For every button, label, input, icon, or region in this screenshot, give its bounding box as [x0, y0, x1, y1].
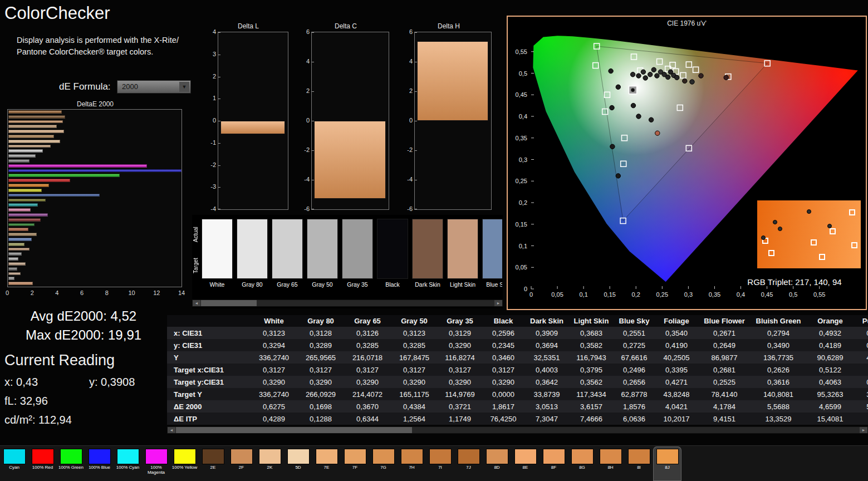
deltae-bar: [8, 130, 64, 133]
patch-item[interactable]: 7G: [369, 446, 398, 481]
column-header: Dark Skin: [524, 315, 569, 327]
page-title: ColorChecker: [4, 3, 110, 23]
table-cell: 0,4063: [806, 376, 854, 388]
scroll-right-icon[interactable]: ►: [494, 300, 502, 306]
svg-text:0,5: 0,5: [519, 70, 527, 77]
swatch-scrollbar[interactable]: ◄ ►: [192, 300, 503, 307]
axis-tick-label: 12: [153, 289, 160, 296]
patch-item[interactable]: 8D: [483, 446, 511, 481]
patch-label: 2E: [199, 465, 227, 470]
swatch-label: Blue Sky: [482, 281, 502, 288]
table-cell: 0,3683: [569, 327, 614, 339]
de-formula-value: 2000: [122, 82, 138, 91]
table-cell: 67,6616: [614, 351, 655, 364]
patch-color: [401, 449, 423, 464]
axis-tick-mark: [312, 62, 314, 62]
patch-label: 8H: [596, 465, 625, 470]
table-cell: 0,2525: [698, 376, 751, 388]
patch-item[interactable]: 7J: [454, 446, 483, 481]
table-cell: 3,6157: [569, 400, 614, 413]
patch-item[interactable]: 7E: [312, 446, 341, 481]
patch-label: 8G: [568, 465, 596, 470]
delta-h-y-axis: 6420-2-4-6: [404, 22, 414, 214]
scroll-left-icon[interactable]: ◄: [193, 300, 200, 306]
patch-item[interactable]: 8E: [511, 446, 540, 481]
patch-label: 7G: [369, 465, 398, 470]
cie-measurement-marker: [683, 78, 687, 83]
patch-item[interactable]: 100% Green: [57, 446, 85, 481]
cie-measurement-marker: [641, 70, 645, 74]
patch-item[interactable]: 8H: [596, 446, 625, 481]
cie-measurement-marker: [616, 174, 620, 178]
delta-l-y-axis: 43210-1-2-3-4: [207, 22, 217, 214]
delta-c-chart: Delta C 6420-2-4-6: [301, 22, 391, 214]
patch-item[interactable]: 2E: [199, 446, 227, 481]
table-cell: 5,5688: [751, 400, 806, 413]
delta-bar: [417, 41, 488, 121]
patch-item[interactable]: 7H: [398, 446, 426, 481]
patch-item[interactable]: 8I: [625, 446, 653, 481]
de-formula-row: dE Formula: 2000 ▼: [59, 81, 204, 96]
table-scrollbar[interactable]: ◄ ►: [167, 426, 868, 434]
patch-item[interactable]: 8J: [653, 446, 681, 481]
patch-item[interactable]: Cyan: [0, 446, 28, 481]
table-row: ΔE ITP0,42890,12880,63441,25641,174976,4…: [167, 413, 868, 425]
table-cell: 9,4151: [698, 413, 751, 425]
axis-tick-label: -4: [301, 176, 310, 183]
table-cell: 17,: [854, 413, 868, 425]
table-scrollbar-thumb[interactable]: [176, 427, 412, 433]
table-cell: 0,3694: [524, 339, 569, 351]
patch-color: [486, 449, 508, 464]
axis-tick-mark: [218, 55, 220, 55]
patch-item[interactable]: 7F: [341, 446, 369, 481]
deltae-bar: [8, 179, 70, 182]
table-cell: 0,3795: [569, 364, 614, 376]
patch-item[interactable]: 100% Yellow: [170, 446, 199, 481]
table-cell: 0,3126: [344, 327, 391, 339]
table-cell: 136,7735: [751, 351, 806, 364]
table-cell: 0,19: [854, 376, 868, 388]
scroll-left-icon[interactable]: ◄: [168, 427, 175, 433]
table-cell: 0,3127: [438, 364, 482, 376]
swatch: Blue Sky: [482, 219, 502, 292]
table-cell: 214,4072: [344, 388, 391, 400]
patch-item[interactable]: 100% Magenta: [142, 446, 170, 481]
swatch-label: Gray 35: [342, 281, 373, 288]
table-cell: 1,8617: [482, 400, 524, 413]
patch-item[interactable]: 100% Blue: [85, 446, 114, 481]
de-formula-dropdown[interactable]: 2000 ▼: [117, 80, 191, 94]
patch-item[interactable]: 8G: [568, 446, 596, 481]
deltae-bar-chart: DeltaE 2000 02468101214: [7, 100, 184, 303]
table-cell: 0,2725: [614, 339, 655, 351]
cie-measurement-marker: [655, 131, 660, 135]
patch-item[interactable]: 7I: [426, 446, 454, 481]
axis-tick-label: 6: [301, 28, 310, 35]
table-cell: 140,8081: [751, 388, 806, 400]
patch-item[interactable]: 100% Cyan: [114, 446, 142, 481]
table-cell: 0,1698: [297, 400, 344, 413]
swatch-scrollbar-thumb[interactable]: [201, 300, 257, 306]
deltae-bar: [8, 125, 57, 128]
patch-item[interactable]: 100% Red: [28, 446, 57, 481]
patch-item[interactable]: 2F: [227, 446, 256, 481]
table-cell: 62,8778: [614, 388, 655, 400]
scroll-right-icon[interactable]: ►: [860, 427, 867, 433]
cie-measurement-marker: [631, 103, 635, 107]
table-cell: 1,8576: [614, 400, 655, 413]
patch-item[interactable]: 2K: [256, 446, 284, 481]
axis-tick-label: -4: [404, 176, 413, 183]
swatch-label: Gray 65: [272, 281, 303, 288]
patch-item[interactable]: 5D: [284, 446, 312, 481]
axis-tick-mark: [312, 209, 314, 209]
patch-color: [117, 449, 139, 464]
swatch-label: Gray 50: [307, 281, 338, 288]
table-cell: 32,5351: [524, 351, 569, 364]
swatch-color: [202, 219, 233, 279]
swatch: Dark Skin: [412, 219, 443, 292]
cie-target-marker: [811, 239, 817, 246]
x-reading: x: 0,43: [4, 376, 38, 388]
patch-label: Cyan: [0, 465, 28, 470]
table-cell: 0,3290: [297, 376, 344, 388]
patch-item[interactable]: 8F: [540, 446, 568, 481]
deltae-bar: [8, 135, 54, 138]
